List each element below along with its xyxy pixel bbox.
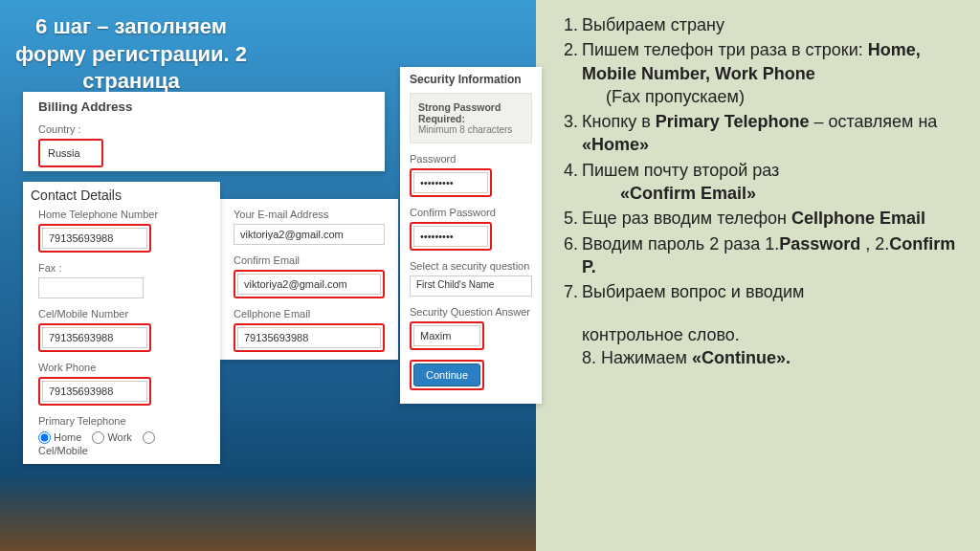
panel-email: Your E-mail Address Confirm Email Cellph…	[220, 199, 398, 360]
confirm-email-highlight	[234, 270, 385, 298]
primary-radio-row: Home Work Cel/Mobile	[38, 430, 205, 456]
billing-head: Billing Address	[38, 99, 369, 114]
primary-label: Primary Telephone	[38, 415, 205, 427]
radio-work-label: Work	[107, 431, 131, 443]
work-input[interactable]	[42, 381, 147, 402]
fax-input[interactable]	[38, 277, 144, 298]
instruction-panel: 1.Выбираем страну 2.Пишем телефон три ра…	[555, 13, 967, 369]
security-answer-label: Security Question Answer	[410, 306, 532, 318]
home-tel-highlight	[38, 224, 151, 253]
slide-title: 6 шаг – заполняем форму регистрации. 2 с…	[8, 13, 255, 96]
instr-6: 6.Вводим пароль 2 раза 1.Password , 2.Co…	[555, 232, 967, 279]
cel-highlight	[38, 323, 151, 352]
cell-email-highlight	[234, 323, 385, 352]
security-question-select[interactable]: First Child's Name	[410, 276, 532, 297]
home-tel-label: Home Telephone Number	[38, 209, 205, 220]
security-answer-highlight	[410, 321, 484, 350]
confirm-password-label: Confirm Password	[410, 207, 532, 218]
security-answer-input[interactable]	[413, 325, 480, 346]
cell-email-label: Cellphone Email	[234, 308, 385, 320]
radio-home-label: Home	[54, 431, 81, 443]
country-input[interactable]	[42, 143, 100, 164]
instr-tail1: контрольное слово.	[555, 323, 967, 346]
panel-security: Security Information Strong Password Req…	[400, 67, 542, 404]
radio-home[interactable]	[38, 431, 51, 444]
radio-work[interactable]	[92, 431, 104, 444]
country-highlight	[38, 139, 103, 167]
instr-5: 5.Еще раз вводим телефон Cellphone Email	[555, 207, 967, 230]
radio-cel-label: Cel/Mobile	[38, 445, 88, 456]
your-email-label: Your E-mail Address	[234, 209, 385, 220]
cel-label: Cel/Mobile Number	[38, 308, 205, 320]
instr-8: 8. Нажимаем «Continue».	[555, 346, 967, 369]
password-label: Password	[410, 153, 532, 165]
security-head: Security Information	[410, 73, 532, 86]
instr-2: 2.Пишем телефон три раза в строки: Home,…	[555, 38, 967, 108]
password-info-text: Minimum 8 characters	[418, 124, 512, 135]
password-highlight	[410, 168, 492, 197]
instr-1: 1.Выбираем страну	[555, 13, 967, 36]
fax-label: Fax :	[38, 262, 205, 274]
confirm-password-input[interactable]	[413, 226, 488, 247]
instr-3: 3.Кнопку в Primary Telephone – оставляем…	[555, 110, 967, 157]
radio-cel[interactable]	[143, 431, 155, 444]
password-input[interactable]	[413, 172, 488, 193]
your-email-input[interactable]	[234, 224, 385, 245]
security-question-label: Select a security question	[410, 260, 532, 272]
home-tel-input[interactable]	[42, 228, 147, 249]
panel-contact-head-wrap: Contact Details	[23, 182, 220, 207]
work-label: Work Phone	[38, 362, 205, 373]
panel-billing: Billing Address Country :	[23, 92, 385, 171]
instr-4: 4.Пишем почту второй раз «Confirm Email»	[555, 159, 967, 206]
password-info-strong: Strong Password Required:	[418, 101, 501, 124]
work-highlight	[38, 377, 151, 406]
confirm-email-input[interactable]	[237, 274, 381, 295]
fax-wrap	[38, 277, 205, 298]
instr-7: 7.Выбираем вопрос и вводим	[555, 280, 967, 303]
panel-contact: Home Telephone Number Fax : Cel/Mobile N…	[23, 182, 220, 464]
cell-email-input[interactable]	[237, 327, 381, 348]
password-info: Strong Password Required: Minimum 8 char…	[410, 93, 532, 143]
contact-head: Contact Details	[31, 187, 212, 203]
confirm-password-highlight	[410, 222, 492, 251]
country-label: Country :	[38, 123, 369, 135]
cel-input[interactable]	[42, 327, 147, 348]
continue-button[interactable]: Continue	[413, 364, 480, 386]
continue-highlight: Continue	[410, 360, 484, 390]
confirm-email-label: Confirm Email	[234, 254, 385, 266]
